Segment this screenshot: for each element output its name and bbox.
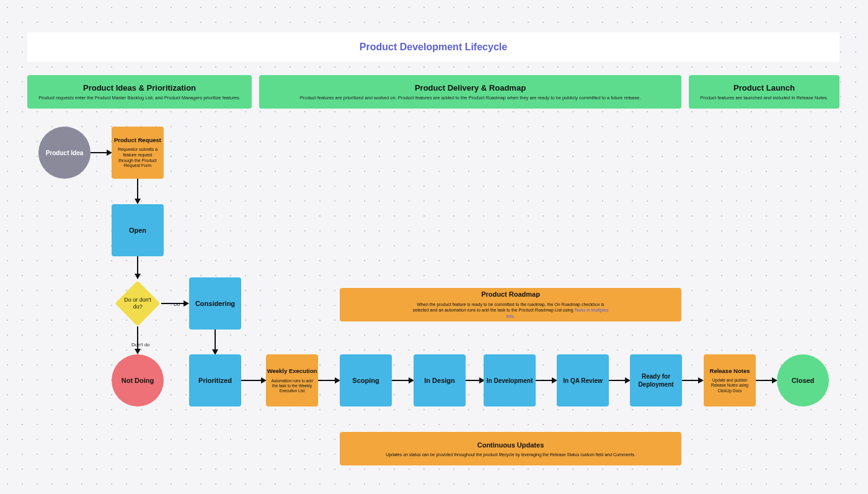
diagram-title: Product Development Lifecycle xyxy=(360,42,507,53)
arrow-decision-notdoing-head xyxy=(135,349,141,354)
node-weekly-desc: Automation runs to add the task to the W… xyxy=(266,379,318,393)
phase-ideas-title: Product Ideas & Prioritization xyxy=(83,83,196,92)
node-prioritized-label: Prioritized xyxy=(198,377,232,384)
node-ready-deploy: Ready for Deployment xyxy=(630,354,682,406)
node-product-request: Product Request Requestor submits a feat… xyxy=(112,127,164,179)
node-not-doing: Not Doing xyxy=(112,354,164,406)
arrow-weekly-scoping xyxy=(318,380,335,381)
node-release-notes-desc: Update and publish Release Notes using C… xyxy=(704,378,756,393)
node-decision-label: Do or don't do? xyxy=(122,297,154,310)
arrow-considering-prioritized xyxy=(215,330,216,349)
box-continuous-desc: Updates on status can be provided throug… xyxy=(386,452,636,457)
arrow-ready-release xyxy=(682,380,698,381)
phase-delivery-desc: Product features are prioritized and wor… xyxy=(300,95,640,101)
label-dont: Don't do xyxy=(131,342,150,348)
phase-launch: Product Launch Product features are laun… xyxy=(689,75,839,109)
phase-delivery: Product Delivery & Roadmap Product featu… xyxy=(259,75,681,109)
node-in-design-label: In Design xyxy=(424,377,455,384)
arrow-prioritized-weekly xyxy=(241,380,261,381)
label-do: Do xyxy=(174,302,180,307)
arrow-scoping-design xyxy=(392,380,409,381)
node-prioritized: Prioritized xyxy=(189,354,241,406)
node-scoping: Scoping xyxy=(340,354,392,406)
node-open: Open xyxy=(112,204,164,256)
arrow-request-open xyxy=(137,179,138,199)
phase-ideas: Product Ideas & Prioritization Product r… xyxy=(27,75,252,109)
box-roadmap-body-post: . xyxy=(514,314,515,318)
arrow-design-dev xyxy=(466,380,479,381)
phase-launch-title: Product Launch xyxy=(733,83,795,92)
node-open-label: Open xyxy=(129,227,146,234)
node-considering-label: Considering xyxy=(195,300,235,307)
arrow-decision-considering xyxy=(161,303,184,304)
arrow-dev-qa xyxy=(536,380,552,381)
node-product-idea: Product Idea xyxy=(38,127,91,179)
node-in-design: In Design xyxy=(414,354,466,406)
title-bar: Product Development Lifecycle xyxy=(27,32,839,62)
box-continuous: Continuous Updates Updates on status can… xyxy=(340,432,681,465)
node-weekly: Weekly Execution Automation runs to add … xyxy=(266,354,318,406)
box-roadmap: Product Roadmap When the product feature… xyxy=(340,288,681,321)
arrow-ready-release-head xyxy=(698,377,704,384)
arrow-release-closed xyxy=(756,380,772,381)
phase-ideas-desc: Product requests enter the Product Maste… xyxy=(38,95,241,101)
node-decision: Do or don't do? xyxy=(115,281,161,326)
node-in-qa: In QA Review xyxy=(557,354,609,406)
node-weekly-title: Weekly Execution xyxy=(267,367,317,374)
box-roadmap-body: When the product feature is ready to be … xyxy=(412,302,610,319)
node-in-dev: In Development xyxy=(484,354,536,406)
node-product-request-desc: Requestor submits a feature request thro… xyxy=(112,147,164,169)
box-continuous-title: Continuous Updates xyxy=(477,441,544,449)
node-in-dev-label: In Development xyxy=(487,377,533,384)
arrow-request-open-head xyxy=(135,199,141,204)
node-ready-deploy-label: Ready for Deployment xyxy=(634,372,678,388)
node-product-idea-label: Product Idea xyxy=(46,150,84,156)
node-closed: Closed xyxy=(777,354,829,406)
arrow-open-decision xyxy=(137,256,138,274)
arrow-decision-considering-head xyxy=(184,300,189,307)
node-scoping-label: Scoping xyxy=(352,377,379,384)
phase-launch-desc: Product features are launched and includ… xyxy=(700,95,828,101)
node-not-doing-label: Not Doing xyxy=(122,377,154,384)
box-roadmap-title: Product Roadmap xyxy=(481,290,540,298)
phase-delivery-title: Product Delivery & Roadmap xyxy=(415,83,526,92)
node-in-qa-label: In QA Review xyxy=(563,377,603,384)
node-release-notes-title: Release Notes xyxy=(710,367,750,374)
node-considering: Considering xyxy=(189,277,241,330)
node-product-request-title: Product Request xyxy=(114,137,161,143)
node-closed-label: Closed xyxy=(792,377,815,384)
arrow-idea-request xyxy=(91,152,107,153)
arrow-qa-ready xyxy=(609,380,625,381)
arrow-open-decision-head xyxy=(135,274,141,279)
node-release-notes: Release Notes Update and publish Release… xyxy=(704,354,756,406)
